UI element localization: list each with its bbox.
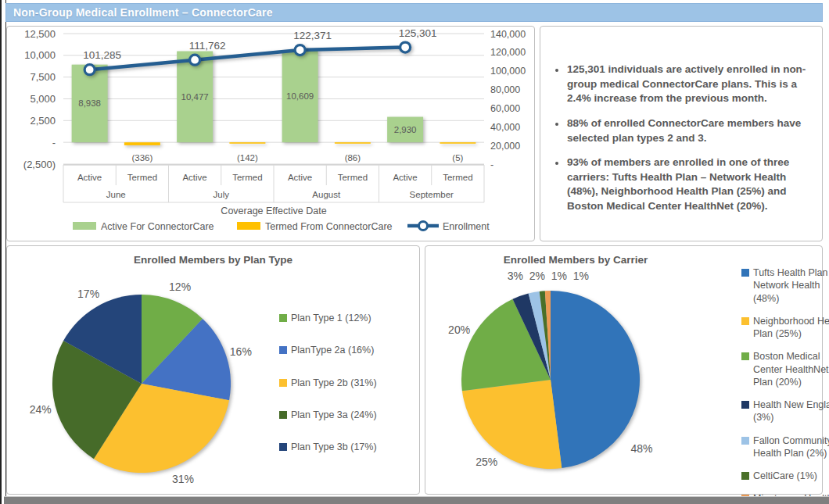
enrollment-marker [84,65,95,75]
insights-list: 125,301 individuals are actively enrolle… [540,27,822,214]
legend-swatch [741,352,749,360]
report-title-bar: Non-Group Medical Enrollment – Connector… [5,3,823,22]
subcategory-label: Termed [232,173,262,182]
pie-data-label: 12% [169,281,191,293]
legend-label: Fallon Community Health Plan (2%) [753,434,829,460]
pie-data-label: 16% [230,345,252,358]
legend-swatch [279,379,287,387]
pie-data-label: 17% [77,288,99,300]
bar-termed-june [124,142,160,145]
legend-item: Fallon Community Health Plan (2%) [741,434,829,460]
subcategory-label: Active [77,173,102,182]
insights-panel: 125,301 individuals are actively enrolle… [540,26,823,241]
carrier-chart-title: Enrolled Members by Carrier [425,254,726,266]
bar-value-label: (142) [237,153,258,163]
bar-termed-august [335,142,371,144]
legend-label: Plan Type 3a (24%) [291,409,377,421]
subcategory-label: Active [393,173,417,182]
legend-swatch-active [73,222,96,230]
legend-label: Plan Type 3b (17%) [291,441,377,453]
secondary-axis-tick: - [490,159,493,170]
legend-item: Health New England (3%) [741,399,829,424]
primary-axis-tick: (2,500) [23,159,56,170]
bottom-scrollbar[interactable] [4,496,829,504]
legend-label: Plan Type 1 (12%) [291,312,371,324]
secondary-axis-tick: 80,000 [490,84,520,95]
primary-axis-tick: - [52,137,56,148]
legend-swatch [741,437,749,445]
plan-type-pie-panel: Enrolled Members by Plan Type 12%16%31%2… [6,245,420,495]
month-label: August [312,190,341,199]
month-label: June [106,190,126,199]
subcategory-label: Termed [443,173,472,182]
legend-item: Plan Type 3a (24%) [279,409,377,421]
insight-bullet: 88% of enrolled ConnectorCare members ha… [567,116,814,145]
primary-axis-tick: 10,000 [24,49,56,61]
bar-value-label: (5) [452,153,463,163]
carrier-pie-panel: Enrolled Members by Carrier 48%25%20%3%2… [425,245,823,495]
primary-axis-tick: 7,500 [30,71,56,83]
legend-marker-enrollment [419,222,428,231]
report-title: Non-Group Medical Enrollment – Connector… [13,6,273,19]
legend-label: Enrollment [443,221,490,232]
secondary-axis-tick: 100,000 [490,66,526,77]
pie-data-label: 3% [508,270,523,282]
enrollment-trend-panel: 12,50010,0007,5005,0002,500-(2,500)140,0… [6,26,535,241]
bar-value-label: 10,609 [286,91,314,101]
enrollment-marker [400,42,411,52]
legend-item: Plan Type 1 (12%) [279,312,377,324]
legend-item: Plan Type 3b (17%) [279,441,377,453]
pie-data-label: 48% [631,442,653,455]
pie-data-label: 24% [30,403,52,416]
bar-value-label: 8,938 [78,98,101,108]
subcategory-label: Termed [127,173,157,182]
x-axis-title: Coverage Effective Date [221,206,326,216]
legend-swatch [279,411,287,419]
legend-label: PlanType 2a (16%) [291,344,374,356]
pie-data-label: 25% [476,456,497,468]
legend-label: Active For ConnectorCare [101,221,214,232]
legend-item: Boston Medical Center HealthNet Plan (20… [741,350,829,388]
pie-data-label: 1% [573,270,589,282]
bar-value-label: (86) [345,153,361,163]
subcategory-label: Termed [338,173,368,182]
primary-axis-tick: 12,500 [24,28,56,40]
legend-item: Neighborhood Health Plan (25%) [741,315,829,341]
enrollment-marker [295,45,305,55]
insight-bullet: 125,301 individuals are actively enrolle… [567,63,814,106]
page-left-edge [0,0,6,504]
line-value-label: 122,371 [293,30,332,41]
enrolled-members-by-carrier-pie [461,291,640,469]
month-label: July [214,190,230,199]
enrollment-line [90,48,406,70]
legend-label: Termed From ConnectorCare [265,221,393,232]
secondary-axis-tick: 40,000 [490,122,520,133]
line-value-label: 111,762 [189,40,226,52]
legend-item: PlanType 2a (16%) [279,344,377,356]
legend-swatch [279,443,287,451]
legend-label: Plan Type 2b (31%) [291,377,377,389]
legend-item: CeltiCare (1%) [741,470,829,482]
line-value-label: 125,301 [399,27,437,39]
legend-item: Plan Type 2b (31%) [279,377,377,389]
secondary-axis-tick: 120,000 [490,47,526,58]
subcategory-label: Active [288,173,312,182]
legend-label: Tufts Health Plan - Network Health (48%) [753,266,829,305]
legend-swatch [279,314,287,322]
legend-item: Tufts Health Plan - Network Health (48%) [741,266,829,305]
subcategory-label: Active [182,173,206,182]
bar-value-label: 10,477 [181,92,209,102]
primary-axis-tick: 2,500 [30,115,56,127]
pie-data-label: 31% [172,473,194,485]
enrolled-members-by-plan-type-pie [52,295,231,473]
legend-swatch [279,346,287,354]
legend-label: CeltiCare (1%) [753,470,817,482]
primary-axis-tick: 5,000 [30,93,56,105]
legend-label: Neighborhood Health Plan (25%) [753,315,829,341]
pie-data-label: 1% [551,270,567,282]
legend-swatch [741,401,749,409]
enrollment-marker [190,55,200,65]
enrollment-trend-chart: 12,50010,0007,5005,0002,500-(2,500)140,0… [7,27,534,241]
secondary-axis-tick: 20,000 [490,141,520,152]
pie-slice-tufts-health-plan-network-health-48- [551,291,640,468]
